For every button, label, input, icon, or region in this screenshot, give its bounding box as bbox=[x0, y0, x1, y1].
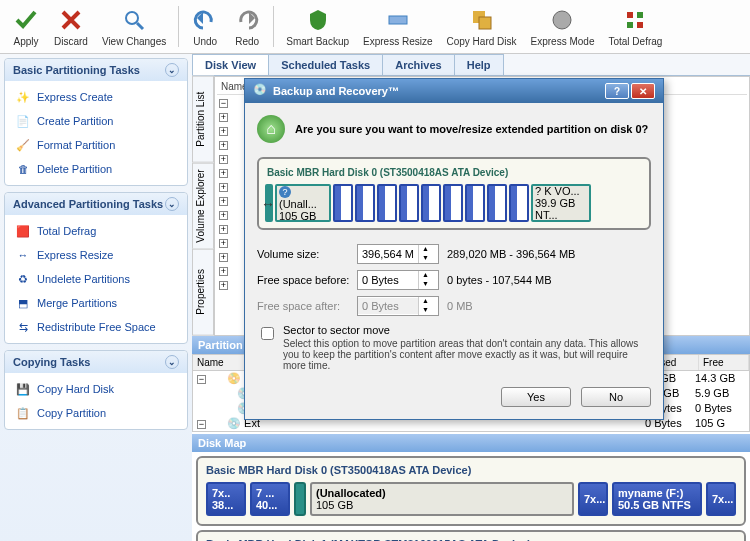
copy-partition-task[interactable]: 📋Copy Partition bbox=[5, 401, 187, 425]
expand-icon[interactable]: + bbox=[219, 225, 228, 234]
partition-block[interactable] bbox=[487, 184, 507, 222]
delete-icon: 🗑 bbox=[15, 161, 31, 177]
unallocated-block[interactable]: (Unallocated)105 GB bbox=[310, 482, 574, 516]
spin-down-icon[interactable]: ▼ bbox=[419, 280, 432, 289]
copy-disk-icon: 💾 bbox=[15, 381, 31, 397]
expand-icon[interactable]: + bbox=[219, 267, 228, 276]
spin-up-icon[interactable]: ▲ bbox=[419, 271, 432, 280]
redistribute-task[interactable]: ⇆Redistribute Free Space bbox=[5, 315, 187, 339]
create-icon: 📄 bbox=[15, 113, 31, 129]
create-partition-task[interactable]: 📄Create Partition bbox=[5, 109, 187, 133]
no-button[interactable]: No bbox=[581, 387, 651, 407]
expand-icon[interactable]: + bbox=[219, 169, 228, 178]
partition-block[interactable] bbox=[355, 184, 375, 222]
redo-button[interactable]: Redo bbox=[227, 4, 267, 49]
resize-icon: ↔ bbox=[15, 247, 31, 263]
col-free[interactable]: Free bbox=[699, 355, 749, 370]
merge-icon: ⬒ bbox=[15, 295, 31, 311]
format-partition-task[interactable]: 🧹Format Partition bbox=[5, 133, 187, 157]
total-defrag-button[interactable]: Total Defrag bbox=[602, 4, 668, 49]
expand-icon[interactable]: + bbox=[219, 183, 228, 192]
partition-block[interactable]: myname (F:)50.5 GB NTFS bbox=[612, 482, 702, 516]
partition-block[interactable] bbox=[509, 184, 529, 222]
view-changes-button[interactable]: View Changes bbox=[96, 4, 172, 49]
express-resize-task[interactable]: ↔Express Resize bbox=[5, 243, 187, 267]
close-icon[interactable]: ✕ bbox=[631, 83, 655, 99]
partition-block[interactable] bbox=[465, 184, 485, 222]
vtab-volume-explorer[interactable]: Volume Explorer bbox=[192, 163, 214, 250]
expand-icon[interactable]: − bbox=[219, 99, 228, 108]
partition-block[interactable]: 7x... bbox=[706, 482, 736, 516]
expand-icon[interactable]: + bbox=[219, 113, 228, 122]
collapse-icon[interactable]: ⌄ bbox=[165, 63, 179, 77]
svg-point-0 bbox=[126, 12, 138, 24]
resize-handle-icon[interactable]: ↔ bbox=[261, 196, 275, 212]
partition-block[interactable]: 7 ...40... bbox=[250, 482, 290, 516]
expand-icon[interactable]: + bbox=[219, 197, 228, 206]
partition-block[interactable] bbox=[377, 184, 397, 222]
partition-block[interactable]: 7x... bbox=[578, 482, 608, 516]
expand-icon[interactable]: + bbox=[219, 253, 228, 262]
basic-panel: Basic Partitioning Tasks⌄ ✨Express Creat… bbox=[4, 58, 188, 186]
disk-0-title: Basic MBR Hard Disk 0 (ST3500418AS ATA D… bbox=[202, 462, 740, 478]
expand-icon[interactable]: + bbox=[219, 127, 228, 136]
tab-help[interactable]: Help bbox=[454, 54, 504, 75]
volume-size-input[interactable]: ▲▼ bbox=[357, 244, 439, 264]
partition-block[interactable]: 7x..38... bbox=[206, 482, 246, 516]
expand-icon[interactable]: + bbox=[219, 211, 228, 220]
expand-icon[interactable]: + bbox=[219, 239, 228, 248]
svg-rect-8 bbox=[637, 22, 643, 28]
express-mode-button[interactable]: Express Mode bbox=[525, 4, 601, 49]
vtab-partition-list[interactable]: Partition List bbox=[192, 76, 214, 163]
express-create-task[interactable]: ✨Express Create bbox=[5, 85, 187, 109]
free-after-range: 0 MB bbox=[447, 300, 473, 312]
check-icon bbox=[12, 6, 40, 34]
undo-button[interactable]: Undo bbox=[185, 4, 225, 49]
copy-hard-disk-button[interactable]: Copy Hard Disk bbox=[441, 4, 523, 49]
sector-move-label: Sector to sector move bbox=[283, 324, 651, 336]
tab-disk-view[interactable]: Disk View bbox=[192, 54, 269, 75]
svg-rect-5 bbox=[627, 12, 633, 18]
vtab-properties[interactable]: Properties bbox=[192, 249, 214, 336]
volume-size-range: 289,020 MB - 396,564 MB bbox=[447, 248, 575, 260]
partition-block[interactable] bbox=[443, 184, 463, 222]
partition-block[interactable]: ? K VO...39.9 GB NT... bbox=[531, 184, 591, 222]
svg-rect-7 bbox=[627, 22, 633, 28]
info-icon: ? bbox=[535, 185, 541, 197]
merge-task[interactable]: ⬒Merge Partitions bbox=[5, 291, 187, 315]
copy-hard-disk-task[interactable]: 💾Copy Hard Disk bbox=[5, 377, 187, 401]
copying-panel-title: Copying Tasks bbox=[13, 356, 90, 368]
express-resize-button[interactable]: Express Resize bbox=[357, 4, 438, 49]
unallocated-block[interactable]: ? (Unall...105 GB bbox=[275, 184, 331, 222]
defrag-icon: 🟥 bbox=[15, 223, 31, 239]
delete-partition-task[interactable]: 🗑Delete Partition bbox=[5, 157, 187, 181]
tab-archives[interactable]: Archives bbox=[382, 54, 454, 75]
free-after-input: ▲▼ bbox=[357, 296, 439, 316]
svg-rect-1 bbox=[389, 16, 407, 24]
apply-button[interactable]: Apply bbox=[6, 4, 46, 49]
partition-block[interactable] bbox=[399, 184, 419, 222]
total-defrag-task[interactable]: 🟥Total Defrag bbox=[5, 219, 187, 243]
partition-block[interactable] bbox=[333, 184, 353, 222]
partition-block[interactable] bbox=[421, 184, 441, 222]
expand-icon[interactable]: + bbox=[219, 281, 228, 290]
spin-down-icon[interactable]: ▼ bbox=[419, 254, 432, 263]
spin-up-icon[interactable]: ▲ bbox=[419, 245, 432, 254]
discard-button[interactable]: Discard bbox=[48, 4, 94, 49]
free-before-input[interactable]: ▲▼ bbox=[357, 270, 439, 290]
expand-icon[interactable]: + bbox=[219, 155, 228, 164]
help-icon[interactable]: ? bbox=[605, 83, 629, 99]
sector-move-checkbox[interactable] bbox=[261, 327, 274, 340]
collapse-icon[interactable]: ⌄ bbox=[165, 355, 179, 369]
view-tabs: Disk View Scheduled Tasks Archives Help bbox=[192, 54, 750, 76]
dialog-titlebar[interactable]: 💿 Backup and Recovery™ ? ✕ bbox=[245, 79, 663, 103]
smart-backup-button[interactable]: Smart Backup bbox=[280, 4, 355, 49]
shield-icon bbox=[304, 6, 332, 34]
undelete-task[interactable]: ♻Undelete Partitions bbox=[5, 267, 187, 291]
partition-block[interactable] bbox=[294, 482, 306, 516]
tab-scheduled[interactable]: Scheduled Tasks bbox=[268, 54, 383, 75]
yes-button[interactable]: Yes bbox=[501, 387, 571, 407]
home-icon: ⌂ bbox=[257, 115, 285, 143]
collapse-icon[interactable]: ⌄ bbox=[165, 197, 179, 211]
expand-icon[interactable]: + bbox=[219, 141, 228, 150]
